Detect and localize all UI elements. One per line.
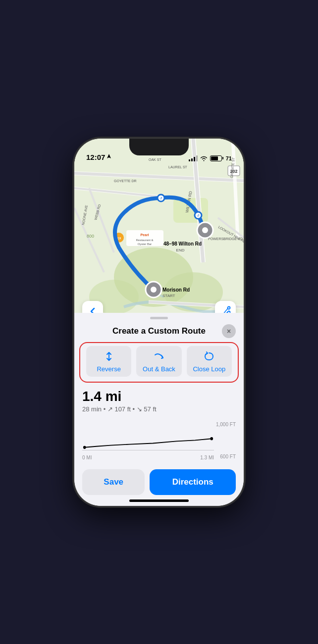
chart-y-top: 1,000 FT [216,422,236,427]
svg-text:Restaurant &: Restaurant & [136,239,153,242]
bar4 [196,155,198,161]
close-button[interactable]: × [222,324,236,338]
svg-text:↺: ↺ [159,197,162,200]
bottom-buttons: Save Directions [74,465,244,505]
chart-y-bottom: 600 FT [216,454,236,459]
svg-point-50 [202,227,208,233]
battery-percentage: 71 [226,155,232,161]
reverse-label: Reverse [97,365,120,373]
time-display: 12:07 [86,153,105,161]
elevation-graph [82,421,214,450]
elevation-chart: 1,000 FT 600 FT 0 MI 1.3 MI [82,421,236,460]
svg-text:Pearl: Pearl [140,233,149,237]
wifi-icon [200,155,208,161]
out-back-icon [154,351,164,363]
route-options-group: Reverse Out & Back [79,342,239,383]
out-and-back-button[interactable]: Out & Back [136,346,181,377]
close-loop-label: Close Loop [193,365,225,373]
phone-screen: 12:07 [74,139,244,506]
battery-icon [210,155,223,161]
reverse-button[interactable]: Reverse [86,346,131,377]
map-area: 202 WILTON RD GRANITE ST LAUREL ST OAK S… [74,139,244,332]
svg-text:800: 800 [87,234,94,239]
svg-text:GOYETTE DR: GOYETTE DR [114,179,137,183]
panel-title: Create a Custom Route [96,326,222,336]
status-time: 12:07 [86,153,111,161]
svg-text:Morison Rd: Morison Rd [162,287,190,293]
signal-bars-icon [189,155,198,161]
phone-frame: 12:07 [74,139,244,506]
status-icons: 71 [189,155,232,161]
bottom-panel: Create a Custom Route × Reverse [74,313,244,506]
svg-text:48–98 Wilton Rd: 48–98 Wilton Rd [163,241,202,247]
svg-point-58 [210,437,213,440]
svg-text:START: START [162,294,175,298]
panel-title-row: Create a Custom Route × [74,319,244,342]
notch [129,139,189,155]
chart-x-start: 0 MI [82,455,92,460]
close-loop-button[interactable]: Close Loop [187,346,232,377]
svg-point-45 [151,287,157,293]
save-button[interactable]: Save [82,469,145,495]
reverse-icon [104,351,114,363]
chart-y-labels: 1,000 FT 600 FT [216,421,236,460]
svg-text:↺: ↺ [197,214,200,217]
bar3 [194,157,195,161]
stats-section: 1.4 mi 28 min • ↗ 107 ft • ↘ 57 ft [74,389,244,417]
close-loop-icon [204,351,214,363]
svg-text:END: END [176,248,185,252]
svg-point-57 [83,446,86,448]
bar2 [191,158,193,161]
location-arrow-icon [106,154,111,160]
out-back-label: Out & Back [143,365,175,373]
distance-display: 1.4 mi [82,389,236,404]
svg-text:Oyster Bar: Oyster Bar [138,243,152,246]
chart-x-end: 1.3 MI [200,455,214,460]
bar1 [189,159,190,161]
directions-button[interactable]: Directions [150,469,236,495]
stats-detail: 28 min • ↗ 107 ft • ↘ 57 ft [82,405,236,413]
home-indicator [129,499,189,502]
svg-text:LAUREL ST: LAUREL ST [168,165,188,169]
